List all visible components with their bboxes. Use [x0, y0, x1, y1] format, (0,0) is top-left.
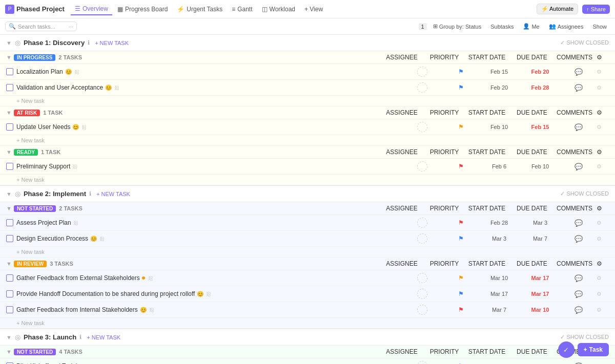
task-priority[interactable]: ⚑: [443, 290, 479, 297]
me-button[interactable]: 👤 Me: [520, 22, 542, 31]
nav-add-view[interactable]: + View: [300, 4, 327, 15]
phase-new-task-3[interactable]: + NEW TASK: [87, 334, 120, 340]
task-priority[interactable]: ⚑: [443, 163, 479, 170]
task-settings[interactable]: ⚙: [597, 307, 609, 313]
task-priority[interactable]: ⚑: [443, 123, 479, 131]
share-button[interactable]: ↑ Share: [582, 5, 610, 14]
task-row[interactable]: Assess Project Plan ⛓ ⚑ Feb 28 Mar 3 💬 ⚙: [0, 215, 615, 231]
topbar-right: ⚡ Automate ↑ Share: [537, 4, 610, 14]
search-input[interactable]: Search tasks...: [18, 24, 55, 30]
task-checkbox[interactable]: [6, 84, 13, 91]
task-assignee[interactable]: [402, 82, 443, 93]
automate-button[interactable]: ⚡ Automate: [537, 4, 579, 14]
task-assignee[interactable]: [402, 218, 443, 228]
task-settings[interactable]: ⚙: [597, 220, 609, 226]
task-settings[interactable]: ⚙: [597, 163, 609, 170]
nav-urgent-tasks[interactable]: ⚡ Urgent Tasks: [173, 4, 227, 15]
task-row[interactable]: Provide Handoff Documentation to be shar…: [0, 286, 615, 302]
task-priority[interactable]: ⚑: [443, 274, 479, 282]
task-assignee[interactable]: [402, 273, 443, 283]
phase-show-closed-3[interactable]: ✓ SHOW CLOSED: [560, 334, 609, 340]
task-row[interactable]: Update User Needs 😊 ⛓ ⚑ Feb 10 Feb 15 💬 …: [0, 119, 615, 135]
task-comments[interactable]: 💬: [561, 68, 597, 76]
task-checkbox[interactable]: [6, 306, 13, 313]
task-row[interactable]: Gather Feedback from External Stakeholde…: [0, 270, 615, 286]
task-assignee[interactable]: [402, 289, 443, 299]
show-button[interactable]: Show: [589, 23, 610, 31]
task-checkbox[interactable]: [6, 274, 13, 282]
task-checkbox[interactable]: [6, 123, 13, 131]
phase-section-2: ▼ ◎ Phase 2: Implement ℹ + NEW TASK ✓ SH…: [0, 186, 615, 329]
task-row[interactable]: Preliminary Support ⛓ ⚑ Feb 6 Feb 10 💬 ⚙: [0, 159, 615, 175]
nav-gantt[interactable]: ≡ Gantt: [228, 4, 256, 15]
subtasks-button[interactable]: Subtasks: [487, 23, 517, 31]
task-assignee[interactable]: [402, 67, 443, 77]
task-checkbox[interactable]: [6, 290, 13, 297]
new-task-fab[interactable]: + Task: [578, 343, 609, 356]
task-priority[interactable]: ⚑: [443, 235, 479, 242]
task-assignee[interactable]: [402, 122, 443, 132]
task-settings[interactable]: ⚙: [597, 84, 609, 91]
assignees-button[interactable]: 👥 Assignees: [546, 22, 587, 31]
task-checkbox[interactable]: [6, 235, 13, 242]
task-comments[interactable]: 💬: [561, 123, 597, 131]
col-header-due: DUE DATE: [511, 148, 552, 156]
task-comments[interactable]: 💬: [561, 290, 597, 298]
task-comments[interactable]: 💬: [561, 362, 597, 365]
task-row[interactable]: Pilot Kickoff and Training ⛓ ⚑ Mar 24 6 …: [0, 358, 615, 364]
task-assignee[interactable]: [402, 361, 443, 364]
task-settings[interactable]: ⚙: [597, 275, 609, 282]
task-settings[interactable]: ⚙: [597, 235, 609, 242]
task-checkbox[interactable]: [6, 163, 13, 170]
phase-show-closed-1[interactable]: ✓ SHOW CLOSED: [560, 39, 609, 46]
task-settings[interactable]: ⚙: [597, 291, 609, 297]
new-task-row[interactable]: + New task: [0, 96, 615, 106]
nav-progress-board[interactable]: ▦ Progress Board: [113, 4, 172, 15]
phase-header-3: ▼ ◎ Phase 3: Launch ℹ + NEW TASK ✓ SHOW …: [0, 329, 615, 346]
task-assignee[interactable]: [402, 233, 443, 244]
col-header-priority: PRIORITY: [426, 109, 462, 116]
phase-collapse-2[interactable]: ▼: [6, 191, 12, 197]
group-collapse[interactable]: ▼: [6, 54, 12, 60]
task-priority[interactable]: ⚑: [443, 219, 479, 226]
phase-new-task-1[interactable]: + NEW TASK: [95, 40, 129, 46]
group-collapse[interactable]: ▼: [6, 349, 12, 355]
task-priority[interactable]: ⚑: [443, 306, 479, 313]
task-row[interactable]: Design Execution Process 😊 ⛓ ⚑ Mar 3 Mar…: [0, 231, 615, 247]
task-row[interactable]: Gather Feedback from Internal Stakeholde…: [0, 302, 615, 318]
search-box[interactable]: 🔍 Search tasks... ···: [5, 22, 77, 31]
task-comments[interactable]: 💬: [561, 163, 597, 170]
task-row[interactable]: Validation and User Acceptance 😊 ⛓ ⚑ Feb…: [0, 80, 615, 96]
task-comments[interactable]: 💬: [561, 306, 597, 314]
task-priority[interactable]: ⚑: [443, 68, 479, 75]
task-row[interactable]: Localization Plan 😊 ⛓ ⚑ Feb 15 Feb 20 💬 …: [0, 64, 615, 80]
nav-workload[interactable]: ◫ Workload: [258, 4, 299, 15]
task-settings[interactable]: ⚙: [597, 124, 609, 131]
task-comments[interactable]: 💬: [561, 274, 597, 282]
group-by-button[interactable]: ⊞ Group by: Status: [430, 22, 485, 31]
task-due-date: Feb 28: [520, 84, 561, 91]
phase-show-closed-2[interactable]: ✓ SHOW CLOSED: [560, 190, 609, 197]
task-assignee[interactable]: [402, 305, 443, 315]
task-comments[interactable]: 💬: [561, 235, 597, 243]
phase-collapse-1[interactable]: ▼: [6, 40, 12, 46]
toolbar: 🔍 Search tasks... ··· 1 ⊞ Group by: Stat…: [0, 18, 615, 35]
task-comments[interactable]: 💬: [561, 84, 597, 92]
group-collapse[interactable]: ▼: [6, 149, 12, 155]
group-collapse[interactable]: ▼: [6, 205, 12, 211]
task-checkbox[interactable]: [6, 68, 13, 75]
task-checkbox[interactable]: [6, 219, 13, 226]
task-settings[interactable]: ⚙: [597, 69, 609, 75]
nav-overview[interactable]: ☰ Overview: [71, 3, 112, 15]
phase-collapse-3[interactable]: ▼: [6, 334, 12, 340]
phase-new-task-2[interactable]: + NEW TASK: [96, 191, 130, 197]
task-assignee[interactable]: [402, 161, 443, 172]
task-priority[interactable]: ⚑: [443, 84, 479, 91]
new-task-row[interactable]: + New task: [0, 247, 615, 258]
new-task-row[interactable]: + New task: [0, 135, 615, 146]
task-comments[interactable]: 💬: [561, 219, 597, 227]
group-collapse[interactable]: ▼: [6, 261, 12, 267]
new-task-row[interactable]: + New task: [0, 175, 615, 185]
new-task-row[interactable]: + New task: [0, 318, 615, 329]
group-collapse[interactable]: ▼: [6, 110, 12, 116]
